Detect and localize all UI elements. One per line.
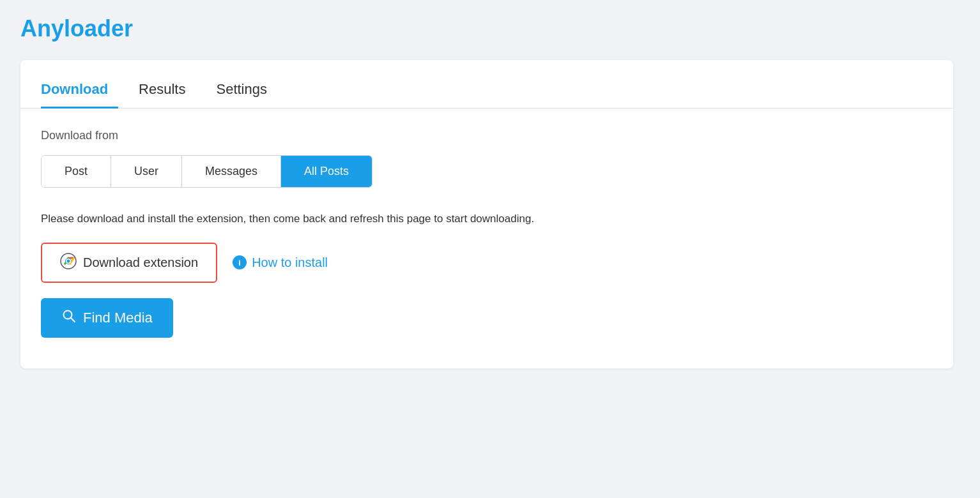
main-card: Download Results Settings Download from …	[20, 60, 953, 368]
info-text: Please download and install the extensio…	[41, 211, 933, 227]
svg-line-5	[71, 318, 75, 322]
how-to-install-link[interactable]: i How to install	[233, 255, 328, 270]
source-buttons-group: Post User Messages All Posts	[41, 155, 372, 188]
app-title: Anyloader	[20, 15, 960, 42]
svg-point-3	[67, 259, 70, 262]
info-icon: i	[233, 255, 247, 269]
download-extension-label: Download extension	[83, 255, 198, 270]
chrome-icon	[60, 253, 77, 273]
search-icon	[61, 308, 77, 328]
source-messages-button[interactable]: Messages	[182, 156, 281, 187]
find-media-label: Find Media	[83, 310, 153, 326]
tab-download[interactable]: Download	[41, 76, 118, 109]
download-extension-button[interactable]: Download extension	[41, 243, 217, 283]
tab-content: Download from Post User Messages All Pos…	[20, 109, 953, 368]
find-media-button[interactable]: Find Media	[41, 298, 173, 338]
how-to-install-label: How to install	[252, 255, 328, 270]
source-post-button[interactable]: Post	[42, 156, 111, 187]
tab-results[interactable]: Results	[139, 76, 195, 109]
download-from-label: Download from	[41, 129, 933, 142]
source-allposts-button[interactable]: All Posts	[281, 156, 372, 187]
source-user-button[interactable]: User	[111, 156, 182, 187]
action-row: Download extension i How to install	[41, 243, 933, 283]
tabs-bar: Download Results Settings	[20, 60, 953, 109]
tab-settings[interactable]: Settings	[216, 76, 277, 109]
